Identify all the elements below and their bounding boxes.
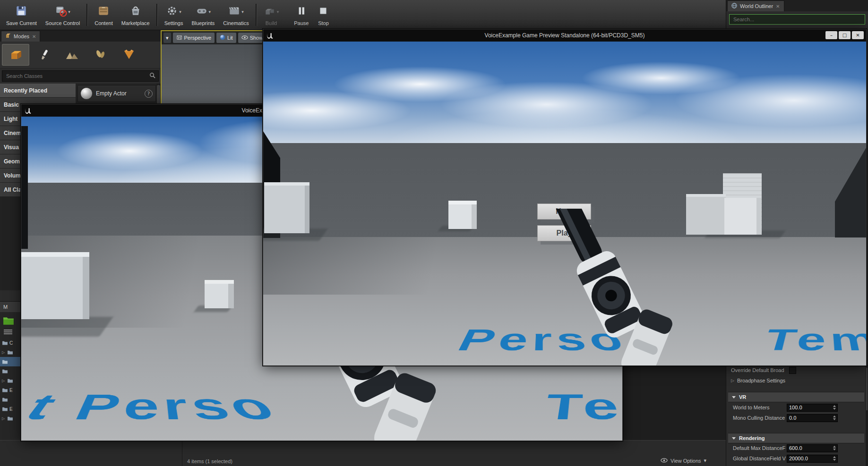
strip-tab-row: M <box>0 302 21 312</box>
spinner-arrows-icon[interactable] <box>832 445 837 452</box>
broadphase-settings-row[interactable]: ▷ Broadphase Settings <box>731 376 785 385</box>
dropdown-arrow-icon[interactable]: ▾ <box>68 9 70 14</box>
filters-icon[interactable] <box>4 330 12 335</box>
scrollbar[interactable] <box>866 365 868 466</box>
section-header-vr[interactable]: VR <box>728 392 864 402</box>
pause-button[interactable]: Pause <box>290 0 313 30</box>
lit-sphere-icon <box>220 34 225 41</box>
items-count-text: 4 items (1 selected) <box>187 458 232 464</box>
scrollbar-thumb[interactable] <box>866 368 868 410</box>
viewport-scene[interactable] <box>162 44 263 107</box>
floor-text: t Perso <box>21 390 289 426</box>
white-cube <box>448 201 477 229</box>
viewport-options-button[interactable]: ▾ <box>163 33 171 43</box>
mode-paint[interactable] <box>30 44 58 66</box>
close-icon[interactable]: ✕ <box>32 34 36 39</box>
tab-content-browser[interactable]: M <box>0 302 21 312</box>
unreal-logo-icon <box>266 32 274 40</box>
white-box <box>724 198 761 235</box>
spinner-arrows-icon[interactable] <box>832 415 837 422</box>
mode-landscape[interactable] <box>59 44 86 66</box>
wall-corner-dark <box>21 126 28 249</box>
white-cube <box>205 280 234 308</box>
folder-icon <box>2 359 8 364</box>
save-current-button[interactable]: Save Current <box>2 0 41 30</box>
close-button[interactable]: ✕ <box>852 31 864 39</box>
tab-modes[interactable]: Modes ✕ <box>1 31 40 42</box>
gear-icon <box>166 5 178 19</box>
property-row: World to Meters 100.0 <box>733 404 838 411</box>
mono-culling-distance-spinbox[interactable]: 0.0 <box>787 414 838 422</box>
override-checkbox[interactable] <box>789 367 796 374</box>
tab-world-outliner[interactable]: World Outliner ✕ <box>727 0 784 11</box>
add-new-button[interactable] <box>3 316 14 325</box>
toolbar-separator <box>256 4 257 26</box>
source-control-button[interactable]: ▾ Source Control <box>41 0 84 30</box>
modes-search-box <box>2 70 159 82</box>
outliner-search-input[interactable] <box>732 16 862 23</box>
expand-arrow-icon: ▷ <box>2 416 6 421</box>
list-item-empty-actor[interactable]: Empty Actor ? <box>77 85 156 102</box>
content-button[interactable]: Content <box>90 0 117 30</box>
property-row: Default Max DistanceF 600.0 <box>733 444 838 452</box>
modes-tab-icon <box>5 33 11 40</box>
dropdown-arrow-icon[interactable]: ▾ <box>209 9 211 14</box>
minimize-button[interactable]: – <box>825 31 837 39</box>
default-max-distance-spinbox[interactable]: 600.0 <box>787 444 838 452</box>
tree-row[interactable]: ▷ <box>0 347 21 357</box>
tree-row[interactable] <box>0 366 21 376</box>
tree-row[interactable]: E <box>0 385 21 395</box>
editor-viewport[interactable]: ▾ Perspective Lit Show <box>161 30 263 107</box>
tree-row[interactable]: C <box>0 338 21 347</box>
outliner-tab-row: World Outliner ✕ <box>726 0 868 11</box>
build-icon <box>264 5 276 19</box>
dropdown-arrow-icon[interactable]: ▾ <box>241 9 244 14</box>
dropdown-arrow-icon[interactable]: ▾ <box>179 9 181 14</box>
category-recently-placed[interactable]: Recently Placed <box>0 84 76 97</box>
maximize-button[interactable]: □ <box>839 31 851 39</box>
view-options-button[interactable]: View Options ▾ <box>661 458 706 464</box>
dropdown-arrow-icon[interactable]: ▾ <box>277 9 279 14</box>
world-to-meters-spinbox[interactable]: 100.0 <box>787 404 838 412</box>
tree-row[interactable]: ▷ <box>0 414 21 423</box>
content-browser-icon <box>97 5 110 19</box>
marketplace-button[interactable]: Marketplace <box>117 0 154 30</box>
spinner-arrows-icon[interactable] <box>832 404 837 411</box>
paint-brush-icon <box>37 49 51 60</box>
white-box <box>264 182 309 233</box>
mode-place[interactable] <box>2 44 29 66</box>
mode-selector <box>0 42 161 68</box>
section-header-rendering[interactable]: Rendering <box>728 433 864 443</box>
save-icon <box>15 5 27 19</box>
help-icon[interactable]: ? <box>145 90 153 98</box>
search-icon <box>149 72 155 80</box>
folder-tree: C ▷ ▷ E E ▷ <box>0 338 21 423</box>
build-button[interactable]: ▾ Build <box>259 0 284 30</box>
search-classes-input[interactable] <box>5 73 147 79</box>
place-cube-icon <box>9 49 22 61</box>
tree-row[interactable]: E <box>0 404 21 414</box>
close-icon[interactable]: ✕ <box>776 4 780 9</box>
perspective-button[interactable]: Perspective <box>173 33 215 43</box>
pause-icon <box>295 5 308 19</box>
mode-foliage[interactable] <box>87 44 114 66</box>
cinematics-button[interactable]: ▾ Cinematics <box>219 0 253 30</box>
global-distancefield-spinbox[interactable]: 20000.0 <box>787 455 838 463</box>
content-browser-strip: M C ▷ ▷ E E ▷ <box>0 301 21 441</box>
tree-row[interactable]: ▷ <box>0 376 21 385</box>
spinner-arrows-icon[interactable] <box>832 455 837 462</box>
show-button[interactable]: Show <box>238 33 263 43</box>
stop-button[interactable]: Stop <box>313 0 334 30</box>
lit-button[interactable]: Lit <box>216 33 236 43</box>
collapsed-arrow-icon[interactable]: ▷ <box>731 378 734 383</box>
game-viewport[interactable]: Host Play Perso Tem <box>263 42 866 365</box>
expand-arrow-icon: ▷ <box>2 379 6 383</box>
expanded-arrow-icon <box>732 437 736 440</box>
add-new-folder-icon <box>3 316 14 325</box>
tree-row[interactable] <box>0 395 21 404</box>
mode-mesh-paint[interactable] <box>115 44 143 66</box>
window-title-bar[interactable]: VoiceExample Game Preview Standalone (64… <box>263 29 866 42</box>
tree-row-selected[interactable] <box>0 357 21 366</box>
settings-button[interactable]: ▾ Settings <box>160 0 188 30</box>
blueprints-button[interactable]: ▾ Blueprints <box>187 0 219 30</box>
